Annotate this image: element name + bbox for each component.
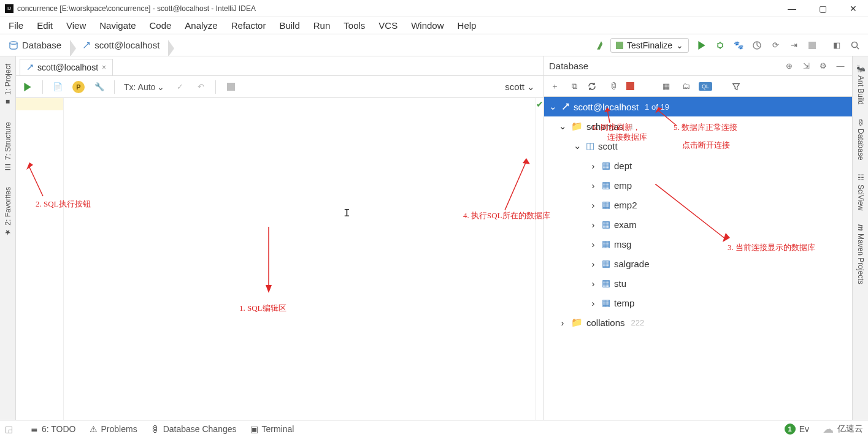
tab-favorites[interactable]: ★2: Favorites [2,184,13,239]
build-button[interactable] [594,38,609,53]
debug-button[interactable] [713,38,728,53]
explain-plan-button[interactable]: 📄 [50,79,66,95]
menu-navigate[interactable]: Navigate [93,18,142,32]
cancel-query-button[interactable] [223,79,239,95]
profile-button[interactable] [750,38,764,53]
table-view-button[interactable]: ▦ [659,82,673,91]
tx-mode-selector[interactable]: Tx: Auto ⌄ [121,81,167,93]
settings-wrench-button[interactable]: 🔧 [91,79,107,95]
maximize-button[interactable]: ▢ [813,4,832,13]
text-cursor-icon: I [344,207,350,219]
database-tool-window: Database ⊕ ⇲ ⚙ — ＋ ⧉ 🛢 ▦ 🗂 QL ⌄ scott@lo… [544,56,852,420]
status-problems[interactable]: ⚠Problems [90,424,137,434]
duplicate-button[interactable]: ⧉ [567,82,581,91]
tree-table-temp[interactable]: ›▦temp [544,293,852,313]
minimize-button[interactable]: ― [782,4,802,13]
breadcrumb-item[interactable]: scott@localhost [77,39,168,51]
menu-help[interactable]: Help [451,18,483,32]
status-terminal[interactable]: ▣Terminal [250,424,294,434]
tab-sciview[interactable]: ☷SciView [855,171,866,213]
chevron-right-icon[interactable]: › [588,298,598,308]
chevron-right-icon[interactable]: › [588,239,598,249]
coverage-button[interactable]: 🐾 [731,38,746,53]
refresh-button[interactable] [587,82,601,91]
tab-maven[interactable]: mMaven Projects [855,222,866,286]
svg-point-3 [852,42,858,47]
status-dbchanges[interactable]: 🛢Database Changes [151,424,237,434]
close-tab-icon[interactable]: × [102,63,106,72]
svg-point-1 [718,43,723,48]
open-console-button[interactable]: QL [699,82,712,91]
chevron-right-icon[interactable]: › [588,180,598,191]
disconnect-button[interactable] [626,82,640,90]
layout-button[interactable]: ◧ [829,38,844,53]
chevron-right-icon[interactable]: › [588,278,598,289]
database-tree[interactable]: ⌄ scott@localhost 1 of 19 ⌄ 📁 schemas 1 … [544,97,852,420]
tab-project[interactable]: ■1: Project [2,61,13,108]
tree-table-emp2[interactable]: ›▦emp2 [544,195,852,215]
tree-schema-scott[interactable]: ⌄ ◫ scott [544,136,852,156]
pin-button[interactable]: P [71,79,86,95]
sql-editor-text[interactable]: I [64,98,535,420]
tree-table-stu[interactable]: ›▦stu [544,273,852,293]
chevron-right-icon[interactable]: › [588,259,598,269]
stop2-button[interactable]: ⇥ [786,38,801,53]
hide-panel-icon[interactable]: — [834,61,847,70]
menu-refactor[interactable]: Refactor [225,18,272,32]
chevron-right-icon[interactable]: › [588,200,598,210]
settings-gear-icon[interactable]: ⚙ [816,61,830,70]
run-config-selector[interactable]: TestFinalize ⌄ [610,38,689,53]
menu-analyze[interactable]: Analyze [179,18,223,32]
toolwindow-toggle-icon[interactable]: ◲ [5,424,17,434]
diagram-button[interactable]: 🗂 [679,82,693,91]
commit-button[interactable]: ✓ [172,79,188,95]
chevron-right-icon[interactable]: › [588,161,598,171]
menu-edit[interactable]: Edit [31,18,59,32]
active-schema-selector[interactable]: scott ⌄ [505,82,540,93]
chevron-right-icon[interactable]: › [588,219,598,230]
stop-button[interactable] [805,38,820,53]
tab-ant[interactable]: 🐜Ant Build [855,61,866,107]
tab-database[interactable]: 🛢Database [855,116,866,162]
chevron-down-icon[interactable]: ⌄ [558,121,567,132]
menu-code[interactable]: Code [143,18,177,32]
new-button[interactable]: ＋ [548,81,561,92]
add-datasource-icon[interactable]: ⊕ [782,61,796,70]
breadcrumb-root[interactable]: Database [4,39,70,51]
menu-file[interactable]: File [2,18,29,32]
tree-table-dept[interactable]: ›▦dept [544,156,852,175]
tree-table-salgrade[interactable]: ›▦salgrade [544,254,852,273]
chevron-right-icon[interactable]: › [558,317,567,328]
attach-button[interactable]: ⟳ [768,38,783,53]
status-todo[interactable]: ≣6: TODO [31,424,76,434]
collapse-all-icon[interactable]: ⇲ [799,61,813,70]
tree-table-emp[interactable]: ›▦emp [544,175,852,195]
tree-table-exam[interactable]: ›▦exam [544,215,852,234]
close-button[interactable]: ✕ [843,4,863,13]
search-everywhere-button[interactable] [848,38,862,53]
table-label: stu [614,278,626,289]
left-tool-strip: ■1: Project ☰7: Structure ★2: Favorites [0,56,16,420]
tree-schemas-node[interactable]: ⌄ 📁 schemas 1 [544,116,852,136]
status-events[interactable]: 1Ev [785,424,809,435]
tree-root-connection[interactable]: ⌄ scott@localhost 1 of 19 [544,97,852,116]
tree-table-msg[interactable]: ›▦msg [544,234,852,254]
menu-bar: File Edit View Navigate Code Analyze Ref… [0,17,868,34]
menu-view[interactable]: View [60,18,92,32]
chevron-down-icon[interactable]: ⌄ [572,140,582,151]
menu-tools[interactable]: Tools [337,18,371,32]
tab-structure[interactable]: ☰7: Structure [2,120,13,173]
datasource-props-button[interactable]: 🛢 [607,82,620,91]
editor-tab-active[interactable]: scott@localhost × [20,59,113,75]
run-button[interactable] [694,38,709,53]
menu-window[interactable]: Window [405,18,450,32]
filter-button[interactable] [732,82,745,91]
chevron-down-icon[interactable]: ⌄ [548,101,558,112]
rollback-button[interactable]: ↶ [193,79,209,95]
menu-vcs[interactable]: VCS [372,18,404,32]
menu-build[interactable]: Build [273,18,305,32]
tree-collations-node[interactable]: › 📁 collations 222 [544,313,852,332]
sql-editor-body[interactable]: I ✔ [16,98,543,420]
execute-sql-button[interactable] [20,79,36,95]
menu-run[interactable]: Run [307,18,337,32]
